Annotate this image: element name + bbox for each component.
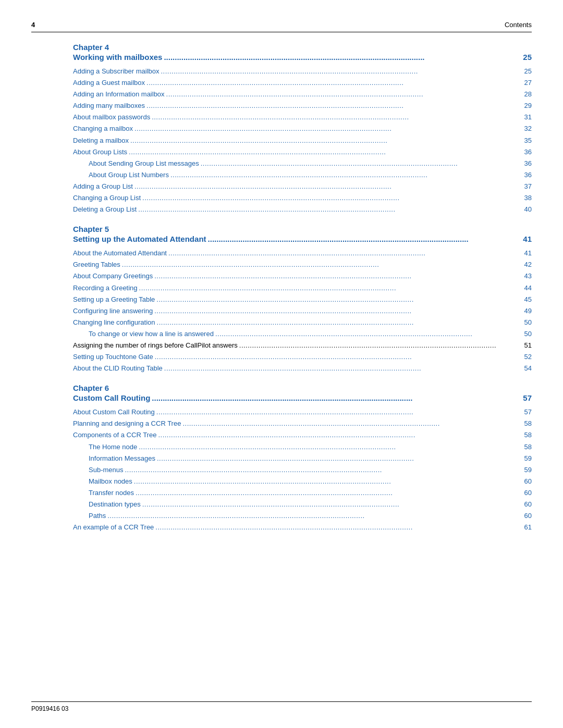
toc-entry-label: About Company Greetings [73, 270, 153, 282]
toc-entry-label: Sub-menus [89, 464, 123, 476]
toc-entry-label: About the Automated Attendant [73, 248, 167, 259]
chapter-title-line: Custom Call Routing ....................… [73, 393, 532, 402]
page: 4 Contents Chapter 4Working with mailbox… [0, 0, 563, 728]
toc-entry-label: Greeting Tables [73, 259, 120, 270]
header-title: Contents [505, 21, 532, 29]
toc-entry-dots: ........................................… [146, 77, 523, 89]
toc-entry-page: 37 [524, 181, 532, 192]
toc-entry-label: To change or view how a line is answered [89, 328, 214, 340]
toc-row: About Group List Numbers ...............… [89, 169, 532, 181]
toc-entry-page: 38 [524, 192, 532, 204]
toc-entry-dots: ........................................… [152, 112, 522, 123]
toc-row: Configuring line answering .............… [73, 305, 532, 317]
toc-entry-label: Information Messages [89, 453, 155, 464]
toc-entry-label: Deleting a mailbox [73, 135, 129, 146]
chapter-block: Chapter 4Working with mailboxes ........… [73, 43, 532, 215]
toc-entry-dots: ........................................… [182, 418, 522, 429]
toc-content: Chapter 4Working with mailboxes ........… [73, 43, 532, 533]
toc-row: Destination types ......................… [89, 499, 532, 510]
toc-entry-page: 58 [524, 429, 532, 441]
toc-row: Changing line configuration ............… [73, 317, 532, 328]
toc-entry-dots: ........................................… [142, 499, 523, 510]
toc-entry-page: 36 [524, 158, 532, 169]
toc-entry-dots: ........................................… [134, 181, 523, 192]
toc-entry-page: 51 [524, 340, 532, 351]
toc-row: To change or view how a line is answered… [89, 328, 532, 340]
chapter-title-label: Setting up the Automated Attendant [73, 235, 206, 243]
toc-entry-page: 35 [524, 135, 532, 146]
toc-entry-label: Setting up a Greeting Table [73, 294, 155, 305]
toc-entry-dots: ........................................… [138, 204, 522, 215]
toc-entry-page: 29 [524, 100, 532, 112]
toc-row: Setting up Touchtone Gate ..............… [73, 351, 532, 363]
toc-entry-label: Adding a Subscriber mailbox [73, 66, 159, 77]
toc-row: Sub-menus ..............................… [89, 464, 532, 476]
toc-entry-page: 60 [524, 510, 532, 522]
toc-entry-dots: ........................................… [157, 453, 523, 464]
toc-row: About Company Greetings ................… [73, 270, 532, 282]
toc-entry-dots: ........................................… [130, 135, 523, 146]
toc-entry-page: 54 [524, 363, 532, 374]
toc-row: Recording a Greeting ...................… [73, 282, 532, 294]
toc-entry-dots: ........................................… [157, 317, 523, 328]
toc-entry-dots: ........................................… [129, 146, 522, 158]
toc-row: Setting up a Greeting Table ............… [73, 294, 532, 305]
toc-row: Assigning the number of rings before Cal… [73, 340, 532, 351]
toc-entry-dots: ........................................… [146, 100, 523, 112]
toc-entry-label: Changing a mailbox [73, 123, 133, 134]
toc-entry-dots: ........................................… [168, 248, 523, 259]
toc-entry-label: About the CLID Routing Table [73, 363, 163, 374]
toc-entry-label: About Sending Group List messages [89, 158, 199, 169]
toc-row: About the CLID Routing Table ...........… [73, 363, 532, 374]
toc-entry-page: 41 [524, 248, 532, 259]
toc-entry-page: 50 [524, 317, 532, 328]
chapter-title-label: Custom Call Routing [73, 393, 150, 402]
toc-entry-label: Configuring line answering [73, 305, 153, 317]
toc-row: Deleting a mailbox .....................… [73, 135, 532, 146]
toc-row: About the Automated Attendant ..........… [73, 248, 532, 259]
toc-entry-label: Changing line configuration [73, 317, 155, 328]
toc-entry-dots: ........................................… [161, 66, 522, 77]
toc-entry-label: Recording a Greeting [73, 282, 138, 294]
toc-entry-page: 57 [524, 406, 532, 418]
toc-row: Adding many mailboxes ..................… [73, 100, 532, 112]
chapter-heading: Chapter 6 [73, 384, 532, 392]
toc-entry-dots: ........................................… [201, 158, 523, 169]
toc-entry-label: About Group Lists [73, 146, 127, 158]
toc-row: Paths ..................................… [89, 510, 532, 522]
toc-entry-dots: ........................................… [156, 294, 522, 305]
chapter-title-page: 57 [523, 393, 532, 402]
toc-entry-dots: ........................................… [155, 351, 523, 363]
toc-entry-page: 32 [524, 123, 532, 134]
header-page-number: 4 [31, 21, 35, 29]
toc-row: About Sending Group List messages ......… [89, 158, 532, 169]
toc-entry-page: 31 [524, 112, 532, 123]
chapter-title-dots: ........................................… [164, 53, 521, 61]
toc-entry-label: Mailbox nodes [89, 476, 132, 487]
chapter-title-label: Working with mailboxes [73, 53, 162, 61]
toc-entry-page: 58 [524, 418, 532, 429]
toc-entry-label: Planning and designing a CCR Tree [73, 418, 181, 429]
toc-entry-dots: ........................................… [122, 259, 523, 270]
toc-entry-dots: ........................................… [164, 363, 523, 374]
toc-entry-page: 40 [524, 204, 532, 215]
toc-entry-label: The Home node [89, 441, 137, 453]
toc-entry-page: 36 [524, 146, 532, 158]
toc-entry-label: Assigning the number of rings before Cal… [73, 340, 238, 351]
toc-row: Adding an Information mailbox ..........… [73, 89, 532, 100]
toc-entry-dots: ........................................… [142, 192, 522, 204]
toc-entry-page: 58 [524, 441, 532, 453]
toc-entry-dots: ........................................… [134, 123, 523, 134]
toc-row: About Custom Call Routing ..............… [73, 406, 532, 418]
toc-row: Adding a Group List ....................… [73, 181, 532, 192]
toc-entry-label: About mailbox passwords [73, 112, 150, 123]
footer-text: P0919416 03 [31, 705, 68, 712]
toc-row: Transfer nodes .........................… [89, 487, 532, 499]
toc-entry-label: About Group List Numbers [89, 169, 169, 181]
toc-entry-label: About Custom Call Routing [73, 406, 155, 418]
chapter-title-page: 41 [523, 235, 532, 243]
toc-entry-label: Adding an Information mailbox [73, 89, 165, 100]
toc-entry-dots: ........................................… [125, 464, 522, 476]
chapter-heading: Chapter 5 [73, 225, 532, 233]
toc-entry-page: 42 [524, 259, 532, 270]
